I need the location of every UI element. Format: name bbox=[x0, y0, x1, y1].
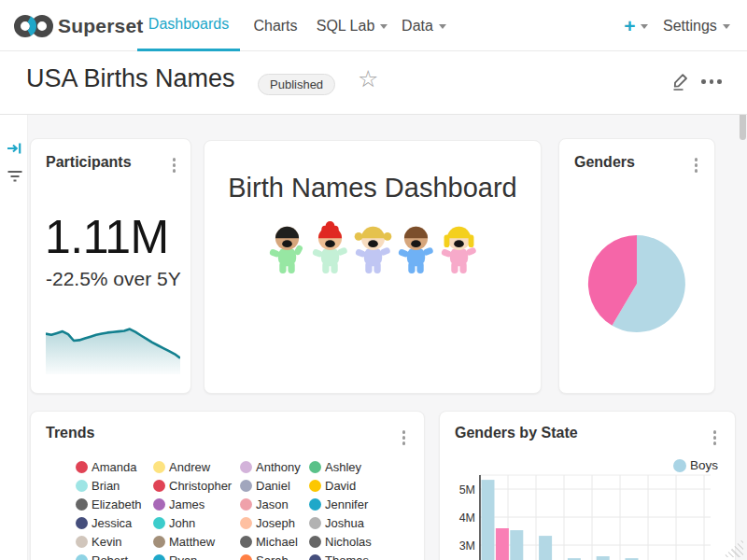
legend-swatch bbox=[309, 536, 321, 548]
legend-item-andrew[interactable]: Andrew bbox=[153, 460, 210, 473]
legend-swatch bbox=[309, 480, 321, 492]
trends-card: Trends AmandaAndrewAnthonyAshleyBrianChr… bbox=[30, 411, 425, 560]
markdown-heading: Birth Names Dashboard bbox=[204, 173, 541, 203]
legend-item-christopher[interactable]: Christopher bbox=[153, 479, 232, 492]
expand-filter-bar-icon[interactable] bbox=[7, 141, 22, 160]
favorite-star-icon[interactable]: ☆ bbox=[358, 65, 378, 92]
legend-item-michael[interactable]: Michael bbox=[240, 535, 298, 548]
dashboard-header: USA Births Names Published ☆ bbox=[0, 51, 747, 115]
big-number-value: 1.11M bbox=[45, 210, 169, 264]
genders-card: Genders bbox=[558, 138, 715, 394]
legend-label: Jennifer bbox=[325, 497, 368, 511]
genders-by-state-bar-chart[interactable]: 5M4M3M bbox=[455, 469, 720, 560]
legend-item-jessica[interactable]: Jessica bbox=[76, 516, 132, 529]
legend-label: David bbox=[325, 479, 356, 493]
legend-swatch bbox=[240, 536, 252, 548]
brand-name[interactable]: Superset bbox=[58, 0, 143, 51]
legend-item-ashley[interactable]: Ashley bbox=[309, 460, 361, 473]
chart-menu-icon[interactable] bbox=[691, 154, 702, 176]
legend-item-brian[interactable]: Brian bbox=[76, 479, 120, 492]
legend-item-sarah[interactable]: Sarah bbox=[240, 553, 289, 560]
genders-pie-chart[interactable] bbox=[585, 232, 688, 335]
legend-label: Christopher bbox=[169, 479, 232, 493]
legend-item-joseph[interactable]: Joseph bbox=[240, 516, 295, 529]
legend-swatch bbox=[76, 554, 88, 560]
legend-item-elizabeth[interactable]: Elizabeth bbox=[76, 497, 141, 511]
plus-icon: + bbox=[624, 0, 635, 51]
legend-item-jennifer[interactable]: Jennifer bbox=[309, 497, 368, 511]
legend-swatch bbox=[240, 480, 252, 492]
child-figure bbox=[352, 221, 394, 275]
chart-menu-icon[interactable] bbox=[710, 427, 721, 449]
more-actions-icon[interactable] bbox=[701, 79, 722, 84]
legend-label: Nicholas bbox=[325, 535, 372, 549]
chart-title: Participants bbox=[46, 154, 132, 171]
chevron-down-icon bbox=[439, 24, 446, 29]
legend-label: Ashley bbox=[325, 460, 361, 474]
chart-title: Genders bbox=[574, 154, 635, 171]
legend-item-jason[interactable]: Jason bbox=[240, 497, 289, 511]
legend-swatch bbox=[240, 461, 252, 473]
nav-item-dashboards[interactable]: Dashboards bbox=[137, 0, 240, 51]
legend-label: Michael bbox=[256, 535, 298, 549]
legend-swatch bbox=[153, 517, 165, 529]
markdown-header-card: Birth Names Dashboard bbox=[204, 140, 542, 394]
legend-swatch bbox=[76, 536, 88, 548]
legend-item-amanda[interactable]: Amanda bbox=[76, 460, 136, 473]
filter-list-icon[interactable] bbox=[7, 169, 23, 187]
legend-item-robert[interactable]: Robert bbox=[76, 553, 128, 560]
legend-label: Kevin bbox=[92, 535, 122, 549]
legend-label: Robert bbox=[92, 553, 128, 560]
legend-item-anthony[interactable]: Anthony bbox=[240, 460, 301, 473]
legend-swatch bbox=[309, 554, 321, 560]
chevron-down-icon bbox=[380, 24, 388, 29]
genders-by-state-card: Genders by State Boys 5M4M3M bbox=[439, 411, 736, 560]
legend-label: John bbox=[169, 516, 195, 530]
legend-item-thomas[interactable]: Thomas bbox=[309, 553, 369, 560]
settings-label: Settings bbox=[663, 18, 717, 35]
legend-label: Thomas bbox=[325, 553, 369, 560]
legend-swatch bbox=[240, 554, 252, 560]
legend-swatch bbox=[153, 536, 165, 548]
legend-swatch bbox=[76, 461, 88, 473]
legend-label: Joseph bbox=[256, 516, 295, 530]
superset-logo-icon[interactable] bbox=[13, 12, 54, 44]
legend-label: James bbox=[169, 497, 204, 511]
legend-item-nicholas[interactable]: Nicholas bbox=[309, 535, 372, 548]
legend-item-john[interactable]: John bbox=[153, 516, 195, 529]
legend-swatch bbox=[153, 554, 165, 560]
svg-text:4M: 4M bbox=[459, 511, 475, 525]
legend-item-kevin[interactable]: Kevin bbox=[76, 535, 122, 548]
nav-item-charts[interactable]: Charts bbox=[241, 0, 310, 51]
nav-item-label: Data bbox=[402, 18, 433, 35]
published-badge[interactable]: Published bbox=[258, 74, 335, 95]
chevron-down-icon bbox=[723, 24, 730, 29]
child-figure bbox=[395, 221, 437, 275]
legend-item-daniel[interactable]: Daniel bbox=[240, 479, 290, 492]
legend-label: Anthony bbox=[256, 460, 301, 474]
legend-label: Jason bbox=[256, 497, 289, 511]
edit-dashboard-icon[interactable] bbox=[670, 71, 691, 95]
filter-bar-collapsed bbox=[0, 115, 28, 560]
new-dropdown-button[interactable]: + bbox=[620, 0, 652, 51]
participants-sparkline-chart[interactable] bbox=[46, 316, 180, 374]
legend-item-matthew[interactable]: Matthew bbox=[153, 535, 215, 548]
legend-label: Elizabeth bbox=[92, 497, 141, 511]
legend-label: Brian bbox=[92, 479, 120, 493]
legend-item-david[interactable]: David bbox=[309, 479, 356, 492]
legend-item-james[interactable]: James bbox=[153, 497, 204, 511]
svg-text:3M: 3M bbox=[459, 539, 475, 553]
legend-label: Matthew bbox=[169, 535, 215, 549]
nav-item-data[interactable]: Data bbox=[393, 0, 455, 51]
top-navbar: Superset DashboardsChartsSQL LabData + S… bbox=[0, 0, 747, 51]
nav-item-label: Charts bbox=[253, 18, 297, 35]
legend-item-joshua[interactable]: Joshua bbox=[309, 516, 364, 529]
legend-item-ryan[interactable]: Ryan bbox=[153, 553, 197, 560]
chart-menu-icon[interactable] bbox=[169, 154, 180, 176]
settings-menu[interactable]: Settings bbox=[655, 0, 738, 51]
nav-item-sql-lab[interactable]: SQL Lab bbox=[310, 0, 394, 51]
trends-legend: AmandaAndrewAnthonyAshleyBrianChristophe… bbox=[31, 412, 424, 560]
legend-label: Sarah bbox=[256, 553, 289, 560]
legend-swatch bbox=[240, 517, 252, 529]
nav-item-label: Dashboards bbox=[148, 16, 229, 33]
